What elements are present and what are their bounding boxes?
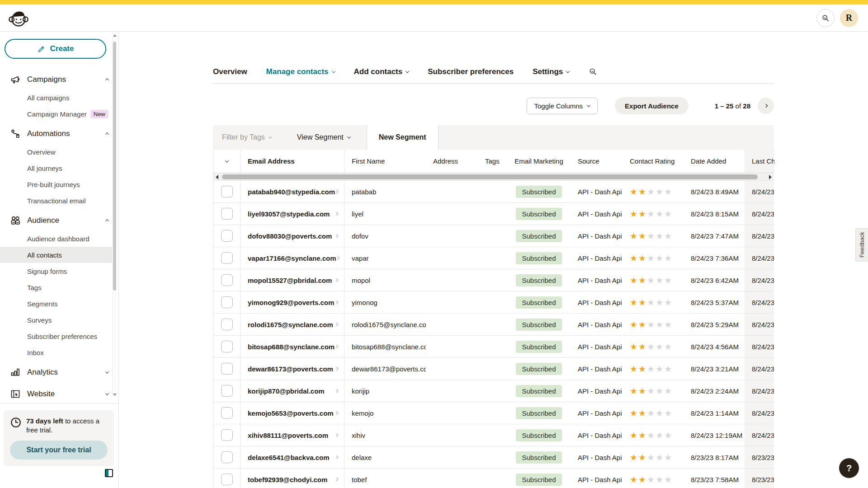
open-contact-chevron-icon[interactable]	[335, 434, 338, 436]
email-link[interactable]: dewar86173@poverts.com	[248, 365, 333, 373]
sidebar-item-signup-forms[interactable]: Signup forms	[0, 263, 118, 279]
email-link[interactable]: patabab940@stypedia.com	[248, 188, 335, 196]
star-icon: ★	[630, 231, 638, 241]
horizontal-scrollbar[interactable]	[213, 173, 774, 181]
open-contact-chevron-icon[interactable]	[335, 412, 338, 414]
scroll-right-arrow-icon[interactable]	[769, 175, 772, 179]
sidebar-section-automations[interactable]: Automations	[0, 124, 118, 144]
sidebar-item-all-journeys[interactable]: All journeys	[0, 160, 118, 176]
tab-overview[interactable]: Overview	[213, 67, 247, 76]
email-link[interactable]: xihiv88111@poverts.com	[248, 432, 328, 439]
row-checkbox[interactable]	[221, 451, 233, 463]
sidebar-section-website[interactable]: Website	[0, 384, 118, 404]
sidebar-section-analytics[interactable]: Analytics	[0, 362, 118, 382]
email-link[interactable]: delaxe6541@backva.com	[248, 454, 330, 461]
email-link[interactable]: vapar17166@synclane.com	[248, 254, 336, 262]
tabs-search-button[interactable]	[588, 67, 598, 76]
mailchimp-logo-icon[interactable]	[8, 8, 29, 28]
star-icon: ★	[630, 253, 638, 263]
open-contact-chevron-icon[interactable]	[335, 301, 338, 304]
sidebar-item-campaign-manager[interactable]: Campaign ManagerNew	[0, 106, 118, 122]
open-contact-chevron-icon[interactable]	[335, 389, 338, 392]
select-all-dropdown[interactable]	[213, 150, 241, 173]
sidebar-item-label: Inbox	[27, 349, 44, 357]
row-checkbox[interactable]	[221, 385, 233, 397]
star-icon: ★	[647, 297, 656, 307]
scroll-up-arrow-icon[interactable]	[113, 34, 117, 37]
star-icon: ★	[630, 297, 638, 307]
view-segment-dropdown[interactable]: View Segment	[289, 125, 367, 150]
export-audience-button[interactable]: Export Audience	[615, 97, 689, 114]
email-link[interactable]: dofov88030@poverts.com	[248, 232, 332, 240]
new-segment-button[interactable]: New Segment	[367, 125, 439, 150]
sidebar-item-segments[interactable]: Segments	[0, 296, 118, 312]
help-button[interactable]: ?	[839, 458, 859, 478]
email-link[interactable]: yimonog929@poverts.com	[248, 299, 334, 306]
row-checkbox[interactable]	[221, 208, 233, 220]
row-checkbox[interactable]	[221, 341, 233, 352]
sidebar-item-overview[interactable]: Overview	[0, 144, 118, 160]
sidebar-item-inbox[interactable]: Inbox	[0, 344, 118, 361]
sidebar-item-pre-built-journeys[interactable]: Pre-built journeys	[0, 176, 118, 192]
open-contact-chevron-icon[interactable]	[335, 345, 338, 348]
sidebar-item-audience-dashboard[interactable]: Audience dashboard	[0, 230, 118, 247]
feedback-tab[interactable]: Feedback	[855, 228, 868, 262]
row-checkbox-cell	[213, 424, 241, 446]
avatar[interactable]: R	[840, 9, 858, 27]
sidebar-item-surveys[interactable]: Surveys	[0, 312, 118, 328]
row-checkbox[interactable]	[221, 429, 233, 441]
sidebar-item-tags[interactable]: Tags	[0, 279, 118, 296]
row-checkbox[interactable]	[221, 474, 233, 485]
open-contact-chevron-icon[interactable]	[335, 367, 338, 370]
horizontal-scrollbar-thumb[interactable]	[222, 174, 758, 179]
next-page-button[interactable]	[758, 98, 774, 114]
sidebar-item-all-contacts[interactable]: All contacts	[0, 247, 113, 263]
open-contact-chevron-icon[interactable]	[335, 323, 338, 326]
sidebar-item-all-campaigns[interactable]: All campaigns	[0, 89, 118, 106]
tab-add-contacts[interactable]: Add contacts	[354, 67, 409, 76]
email-link[interactable]: bitosap688@synclane.com	[248, 343, 335, 351]
scroll-left-arrow-icon[interactable]	[216, 175, 218, 179]
star-icon: ★	[630, 452, 638, 462]
create-button[interactable]: Create	[5, 39, 106, 59]
open-contact-chevron-icon[interactable]	[335, 212, 338, 215]
collapse-sidebar-icon[interactable]	[105, 469, 113, 477]
email-link[interactable]: korijip870@pbridal.com	[248, 387, 325, 395]
email-link[interactable]: kemojo5653@poverts.com	[248, 409, 334, 417]
row-checkbox[interactable]	[221, 296, 233, 308]
sidebar-scrollbar-thumb[interactable]	[113, 42, 116, 291]
tab-manage-contacts[interactable]: Manage contacts	[266, 67, 335, 76]
date-added-cell: 8/23/23 7:58AM	[684, 476, 745, 483]
toggle-columns-button[interactable]: Toggle Columns	[527, 98, 598, 114]
row-checkbox[interactable]	[221, 407, 233, 419]
sidebar-section-audience[interactable]: Audience	[0, 211, 118, 230]
row-checkbox[interactable]	[221, 319, 233, 330]
first-name-cell: korijip	[344, 387, 426, 395]
header-search-button[interactable]	[816, 9, 835, 27]
sidebar-scrollbar[interactable]	[112, 32, 116, 398]
filter-by-tags-dropdown[interactable]: Filter by Tags	[213, 125, 289, 150]
scroll-down-arrow-icon[interactable]	[113, 394, 117, 396]
start-free-trial-button[interactable]: Start your free trial	[10, 441, 108, 460]
tab-subscriber-preferences[interactable]: Subscriber preferences	[428, 67, 514, 76]
sidebar-item-transactional-email[interactable]: Transactional email	[0, 192, 118, 209]
row-checkbox[interactable]	[221, 274, 233, 286]
sidebar-item-subscriber-preferences[interactable]: Subscriber preferences	[0, 328, 118, 344]
tab-settings[interactable]: Settings	[533, 67, 569, 76]
row-checkbox[interactable]	[221, 363, 233, 375]
open-contact-chevron-icon[interactable]	[336, 257, 339, 259]
email-link[interactable]: mopol15527@pbridal.com	[248, 277, 332, 284]
open-contact-chevron-icon[interactable]	[335, 478, 338, 481]
email-link[interactable]: tobef92939@chodyi.com	[248, 476, 327, 483]
open-contact-chevron-icon[interactable]	[335, 190, 338, 193]
email-link[interactable]: rolodi1675@synclane.com	[248, 321, 333, 328]
row-checkbox[interactable]	[221, 252, 233, 264]
open-contact-chevron-icon[interactable]	[335, 279, 338, 282]
email-link[interactable]: liyel93057@stypedia.com	[248, 210, 330, 218]
row-checkbox[interactable]	[221, 230, 233, 242]
row-checkbox[interactable]	[221, 186, 233, 197]
sidebar-section-campaigns[interactable]: Campaigns	[0, 70, 118, 89]
open-contact-chevron-icon[interactable]	[335, 235, 338, 237]
open-contact-chevron-icon[interactable]	[335, 456, 338, 459]
source-cell: API - Dash Api	[571, 210, 623, 218]
